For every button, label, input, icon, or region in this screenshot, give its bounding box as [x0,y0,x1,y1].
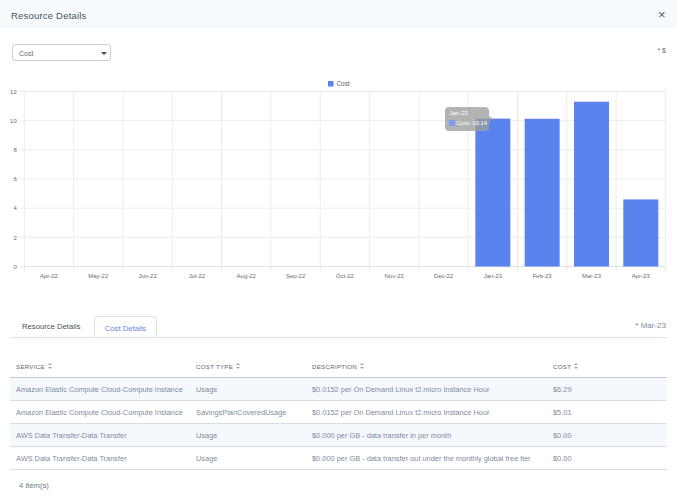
svg-text:Sep-22: Sep-22 [286,273,306,279]
svg-text:Aug-22: Aug-22 [237,273,257,279]
svg-text:10: 10 [10,118,17,124]
svg-text:6: 6 [13,176,17,182]
svg-text:Apr-23: Apr-23 [632,273,651,279]
svg-text:Dec-22: Dec-22 [434,273,454,279]
svg-text:Jun-22: Jun-22 [138,273,157,279]
svg-text:Oct-22: Oct-22 [336,273,355,279]
svg-text:May-22: May-22 [88,273,109,279]
svg-text:Mar-23: Mar-23 [582,273,602,279]
svg-text:Nov-22: Nov-22 [385,273,405,279]
svg-text:12: 12 [10,89,17,95]
svg-text:Jul-22: Jul-22 [189,273,206,279]
svg-text:Feb-23: Feb-23 [533,273,553,279]
svg-text:0: 0 [13,264,17,270]
svg-text:Jan-23: Jan-23 [484,273,503,279]
svg-text:2: 2 [13,235,17,241]
svg-text:4: 4 [13,205,17,211]
svg-text:Apr-22: Apr-22 [40,273,59,279]
svg-text:8: 8 [13,147,17,153]
svg-text:Cost: Cost [337,80,350,87]
